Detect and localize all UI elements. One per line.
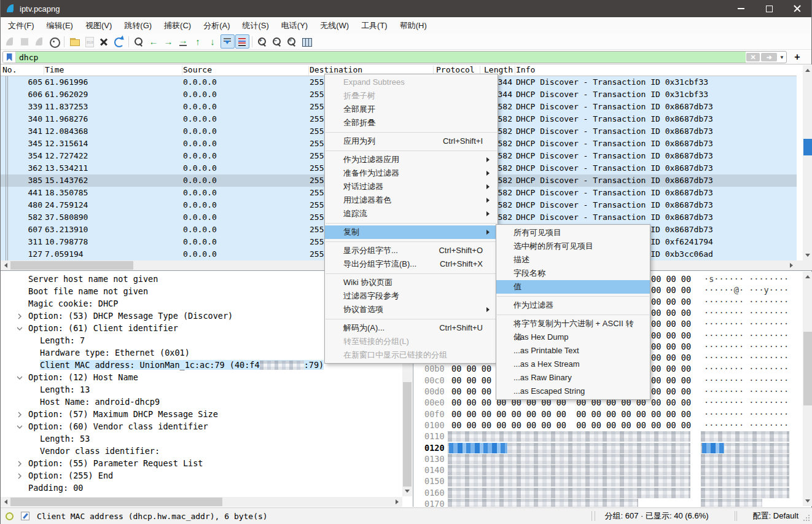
menu-item-字段名称[interactable]: 字段名称 [496, 267, 650, 280]
detail-line[interactable]: Option: (55) Parameter Request List [1, 458, 413, 470]
ascii-bytes[interactable]: ········ ········ [704, 375, 789, 385]
column-separator[interactable] [308, 66, 309, 75]
menu-item-选中树的所有可见项目[interactable]: 选中树的所有可见项目 [496, 240, 650, 253]
menu-电话Y[interactable]: 电话(Y) [275, 17, 314, 34]
zoom-in-button[interactable]: + [256, 34, 270, 49]
hex-row-0120[interactable]: 0120 [413, 443, 797, 454]
detail-line[interactable]: Host Name: android-dhcp9 [1, 396, 413, 409]
menu-item-全部展开[interactable]: 全部展开 [325, 103, 498, 116]
menu-统计S[interactable]: 统计(S) [236, 17, 275, 34]
scroll-down-icon[interactable] [803, 496, 812, 506]
filter-apply-icon[interactable]: ➜ [761, 53, 777, 61]
maximize-button[interactable] [755, 0, 783, 17]
menu-item--as-Raw-Binary[interactable]: ...as Raw Binary [496, 371, 650, 385]
filter-dropdown-icon[interactable]: ▼ [778, 52, 786, 63]
menu-item-作为过滤器[interactable]: 作为过滤器 [496, 299, 650, 312]
resize-columns-button[interactable] [300, 34, 314, 49]
scroll-left-icon[interactable] [1, 260, 10, 270]
file-close-button[interactable] [97, 34, 111, 49]
ascii-bytes[interactable]: ········ ········ [704, 386, 789, 396]
hex-row-0130[interactable]: 0130 [413, 454, 797, 465]
ascii-bytes[interactable]: ········ ········ [704, 342, 789, 351]
filter-clear-icon[interactable]: ✕ [746, 53, 760, 61]
hex-bytes[interactable]: 00 00 00 00 00 00 00 00 00 00 00 00 00 0… [451, 420, 691, 430]
ascii-bytes[interactable]: ········ ········ [704, 330, 789, 340]
hex-row-0170[interactable]: 0170 [413, 499, 797, 507]
menu-item-协议首选项[interactable]: 协议首选项 [325, 303, 498, 316]
detail-line[interactable]: Option: (255) End [1, 470, 413, 482]
file-reload-button[interactable] [112, 34, 126, 49]
ascii-bytes[interactable]: ········ ········ [704, 397, 789, 407]
detail-line[interactable]: Padding: 00 [1, 482, 413, 495]
menu-item-准备作为过滤器[interactable]: 准备作为过滤器 [325, 166, 498, 180]
menu-item-所有可见项目[interactable]: 所有可见项目 [496, 226, 650, 240]
menu-item-Wiki-协议页面[interactable]: Wiki 协议页面 [325, 276, 498, 289]
menu-item-作为过滤器应用[interactable]: 作为过滤器应用 [325, 153, 498, 166]
filter-add-button[interactable]: + [791, 50, 804, 64]
menu-分析A[interactable]: 分析(A) [197, 17, 236, 34]
column-header-info[interactable]: Info [516, 65, 535, 74]
ascii-bytes[interactable]: ········ ········ [704, 353, 789, 362]
hex-bytes[interactable]: 00 00 00 00 00 00 00 00 00 00 00 00 00 0… [451, 409, 691, 419]
menu-item--as-Escaped-String[interactable]: ...as Escaped String [496, 385, 650, 398]
hex-row-0160[interactable]: 0160 [413, 488, 797, 499]
minimize-button[interactable] [727, 0, 755, 17]
menu-item-解码为-A-[interactable]: 解码为(A)...Ctrl+Shift+U [325, 321, 498, 335]
column-separator[interactable] [182, 66, 182, 75]
resize-grip[interactable] [803, 515, 811, 522]
go-forward-button[interactable]: → [162, 34, 176, 49]
menu-item--as-a-Hex-Stream[interactable]: ...as a Hex Stream [496, 358, 650, 371]
detail-line[interactable]: Length: 13 [1, 384, 413, 396]
hex-vscroll-thumb[interactable] [803, 332, 812, 405]
column-header-length[interactable]: Length [484, 65, 513, 74]
display-filter-field[interactable]: dhcp ✕ ➜ ▼ [2, 51, 787, 63]
menu-item-用过滤器着色[interactable]: 用过滤器着色 [325, 194, 498, 207]
packet-list-vscrollbar[interactable] [803, 65, 812, 260]
menu-item-全部折叠[interactable]: 全部折叠 [325, 116, 498, 130]
ascii-bytes[interactable]: ········ ········ [704, 409, 789, 419]
ascii-bytes[interactable]: ········ ········ [704, 364, 789, 373]
column-header-protocol[interactable]: Protocol [436, 65, 475, 74]
column-header-source[interactable]: Source [183, 65, 212, 74]
menu-工具T[interactable]: 工具(T) [355, 17, 394, 34]
menu-item-导出分组字节流-B-[interactable]: 导出分组字节流(B)...Ctrl+Shift+X [325, 257, 498, 271]
packet-list-hscroll-thumb[interactable] [10, 261, 133, 270]
detail-line[interactable]: Vendor class identifier: [1, 445, 413, 458]
detail-line[interactable]: Length: 53 [1, 433, 413, 445]
scroll-down-icon[interactable] [402, 487, 412, 496]
column-header-time[interactable]: Time [45, 65, 64, 74]
menu-item-对话过滤器[interactable]: 对话过滤器 [325, 180, 498, 194]
zoom-out-button[interactable]: − [270, 34, 284, 49]
menu-item--as-Hex-Dump[interactable]: ...as Hex Dump [496, 330, 650, 344]
detail-line[interactable]: Option: (12) Host Name [1, 372, 413, 384]
go-last-packet-button[interactable]: ↓ [206, 34, 220, 49]
hex-row-0100[interactable]: 010000 00 00 00 00 00 00 00 00 00 00 00 … [413, 420, 797, 431]
scroll-up-icon[interactable] [803, 65, 812, 75]
menu-视图V[interactable]: 视图(V) [79, 17, 118, 34]
packet-list-vscroll-thumb[interactable] [803, 139, 812, 155]
detail-line[interactable]: Option: (60) Vendor class identifier [1, 421, 413, 433]
capture-options-button[interactable] [47, 34, 61, 49]
column-header-destination[interactable]: Destination [310, 65, 362, 74]
expert-info-icon[interactable] [6, 512, 14, 520]
hex-row-0110[interactable]: 0110 [413, 431, 797, 442]
close-button[interactable] [783, 0, 811, 17]
menu-item-过滤器字段参考[interactable]: 过滤器字段参考 [325, 289, 498, 303]
ascii-bytes[interactable]: ·s······ ········ [704, 274, 789, 284]
hex-row-0150[interactable]: 0150 [413, 476, 797, 487]
hex-vscrollbar[interactable] [803, 272, 812, 506]
menu-跳转G[interactable]: 跳转(G) [118, 17, 158, 34]
capture-comment-icon[interactable] [21, 512, 29, 520]
menu-item-复制[interactable]: 复制 [325, 225, 498, 239]
menu-文件F[interactable]: 文件(F) [2, 17, 41, 34]
scroll-left-icon[interactable] [1, 497, 10, 507]
menu-编辑E[interactable]: 编辑(E) [41, 17, 79, 34]
profile-text[interactable]: 配置: Default [753, 510, 798, 522]
scroll-up-icon[interactable] [803, 272, 812, 281]
go-first-packet-button[interactable]: ↑ [191, 34, 205, 49]
filter-input[interactable]: dhcp [16, 52, 746, 63]
scroll-right-icon[interactable] [787, 260, 797, 270]
ascii-bytes[interactable]: ········ ········ [704, 420, 789, 430]
detail-hscroll-thumb[interactable] [10, 498, 222, 506]
ascii-bytes[interactable]: ········ ········ [704, 297, 789, 307]
